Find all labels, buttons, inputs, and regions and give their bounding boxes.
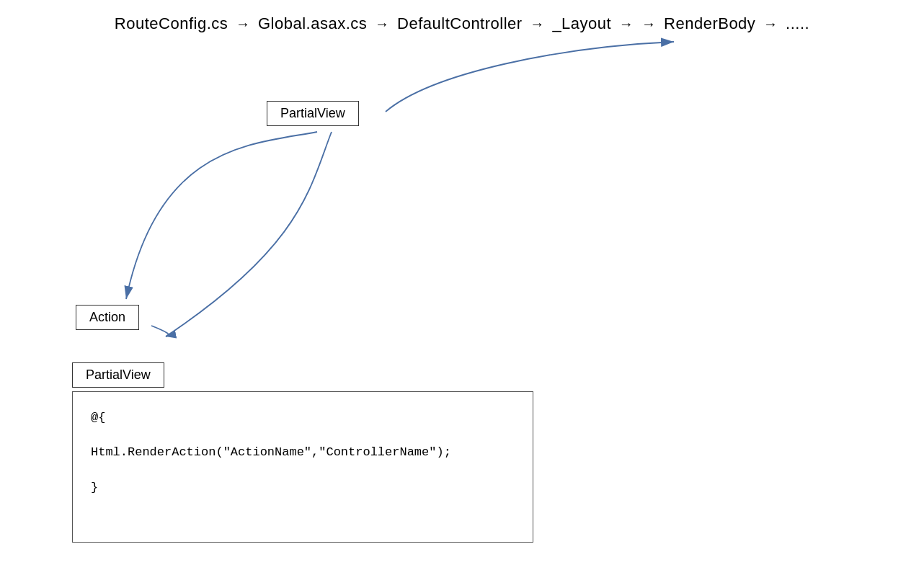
breadcrumb-item-layout: _Layout: [552, 14, 611, 32]
breadcrumb-arrow-4: →: [619, 16, 634, 32]
breadcrumb-arrow-6: →: [763, 16, 778, 32]
code-line-3: }: [91, 476, 515, 499]
code-line-2: Html.RenderAction("ActionName","Controll…: [91, 441, 515, 464]
breadcrumb-item-renderbody: RenderBody: [664, 14, 755, 32]
breadcrumb-arrow-2: →: [375, 16, 390, 32]
partial-view-top-label: PartialView: [280, 106, 345, 120]
breadcrumb-arrow-3: →: [530, 16, 545, 32]
breadcrumb-item-routeconfig: RouteConfig.cs: [115, 14, 228, 32]
breadcrumb-item-defaultcontroller: DefaultController: [397, 14, 523, 32]
breadcrumb-item-globalasax: Global.asax.cs: [258, 14, 367, 32]
breadcrumb-arrow-1: →: [236, 16, 251, 32]
breadcrumb-arrow-5: →: [641, 16, 657, 32]
code-line-1: @{: [91, 406, 515, 429]
breadcrumb: RouteConfig.cs → Global.asax.cs → Defaul…: [0, 14, 924, 33]
action-label: Action: [89, 310, 125, 324]
code-box: @{ Html.RenderAction("ActionName","Contr…: [72, 391, 533, 543]
breadcrumb-item-ellipsis: .....: [786, 14, 809, 32]
partial-view-node-top: PartialView: [267, 101, 359, 126]
partial-view-bottom-label: PartialView: [86, 367, 151, 382]
partial-view-node-bottom: PartialView: [72, 362, 164, 388]
action-node: Action: [76, 305, 139, 330]
